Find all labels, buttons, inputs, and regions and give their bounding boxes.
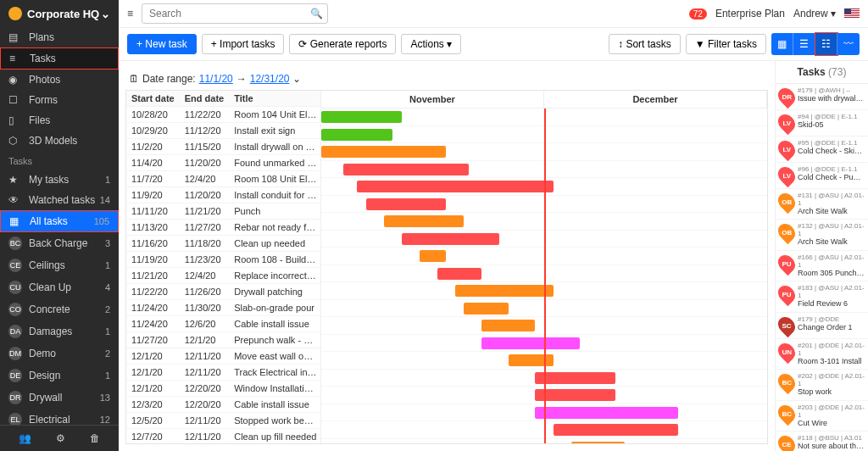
task-card[interactable]: LV#96 | @DDE | E-1.1Cold Check - Punch l… xyxy=(776,163,868,189)
menu-icon[interactable]: ≡ xyxy=(127,8,133,19)
task-card[interactable]: UN#201 | @DDE | A2.01-1Room 3-101 Instal… xyxy=(776,339,868,370)
task-row[interactable]: 11/2/2011/15/20Install drywall on wall xyxy=(126,139,321,155)
task-row[interactable]: 12/1/2012/20/20Window Installation 1105 xyxy=(126,381,321,397)
nav-tasks[interactable]: ≡Tasks xyxy=(0,47,119,70)
gantt-bar[interactable] xyxy=(481,337,580,349)
view-grid-button[interactable]: ▦ xyxy=(771,33,793,55)
col-title[interactable]: Title xyxy=(229,91,321,107)
view-chart-button[interactable]: 〰 xyxy=(837,33,860,55)
task-row[interactable]: 12/5/2012/11/20Stopped work because of E… xyxy=(126,413,321,429)
task-card[interactable]: SC#179 | @DDEChange Order 1 xyxy=(776,313,868,339)
gantt-bar[interactable] xyxy=(321,146,446,158)
gantt-bar[interactable] xyxy=(366,198,447,210)
actions-dropdown[interactable]: Actions ▾ xyxy=(401,34,461,54)
task-card[interactable]: DR#179 | @AWH | –Issue with drywall on… xyxy=(776,84,868,110)
sort-tasks-button[interactable]: ↕ Sort tasks xyxy=(609,34,681,54)
view-list-button[interactable]: ☰ xyxy=(793,33,815,55)
gantt-bar[interactable] xyxy=(571,442,625,444)
gantt-bar[interactable] xyxy=(535,407,677,419)
date-from[interactable]: 11/1/20 xyxy=(199,73,233,85)
task-row[interactable]: 12/1/2012/11/20Track Electrical in Servi… xyxy=(126,365,321,381)
user-menu[interactable]: Andrew ▾ xyxy=(793,8,836,19)
task-row[interactable]: 11/21/2012/4/20Replace incorrect terrazz… xyxy=(126,268,321,284)
gantt-bar[interactable] xyxy=(481,320,535,331)
plan-label[interactable]: Enterprise Plan xyxy=(715,8,785,19)
task-row[interactable]: 12/3/2012/20/20Cable install issue xyxy=(126,397,321,413)
gantt-bar[interactable] xyxy=(384,215,465,227)
chevron-down-icon[interactable]: ⌄ xyxy=(292,73,301,85)
cat-damages[interactable]: DADamages1 xyxy=(0,320,119,342)
task-row[interactable]: 11/4/2011/20/20Found unmarked utility li… xyxy=(126,155,321,171)
people-icon[interactable]: 👥 xyxy=(19,432,31,444)
nav-files[interactable]: ▯Files xyxy=(0,110,119,131)
task-card[interactable]: OB#132 | @ASU | A2.01-1Arch Site Walk xyxy=(776,220,868,250)
task-row[interactable]: 12/1/2012/11/20Move east wall on buildin… xyxy=(126,348,321,365)
new-task-button[interactable]: + New task xyxy=(127,34,197,54)
gantt-bar[interactable] xyxy=(343,164,468,175)
gantt-bar[interactable] xyxy=(321,129,392,141)
task-card[interactable]: PU#183 | @ASU | A2.01-1Field Review 6 xyxy=(776,281,868,312)
nav-photos[interactable]: ◉Photos xyxy=(0,70,119,90)
cat-ceilings[interactable]: CECeilings1 xyxy=(0,254,119,276)
task-card[interactable]: BC#202 | @DDE | A2.01-1Stop work xyxy=(776,370,868,400)
col-end[interactable]: End date xyxy=(180,91,229,107)
generate-reports-button[interactable]: ⟳ Generate reports xyxy=(289,34,396,54)
task-row[interactable]: 10/29/2011/12/20Install exit sign xyxy=(126,123,321,139)
subnav-all-tasks[interactable]: ▦All tasks105 xyxy=(0,210,119,232)
gantt-bar[interactable] xyxy=(402,233,500,245)
task-row[interactable]: 11/13/2011/27/20Rebar not ready for conc… xyxy=(126,220,321,236)
trash-icon[interactable]: 🗑 xyxy=(90,432,100,444)
task-row[interactable]: 11/24/2011/30/20Slab-on-grade pour xyxy=(126,300,321,316)
task-row[interactable]: 11/24/2012/6/20Cable install issue xyxy=(126,316,321,332)
gantt-bar[interactable] xyxy=(321,111,402,123)
task-row[interactable]: 10/28/2011/22/20Room 104 Unit Electrical xyxy=(126,107,321,123)
subnav-watched-tasks[interactable]: 👁Watched tasks14 xyxy=(0,190,119,210)
cat-concrete[interactable]: COConcrete2 xyxy=(0,298,119,320)
task-row[interactable]: 11/19/2011/23/20Room 108 - Building 2 In… xyxy=(126,252,321,268)
task-row[interactable]: 11/9/2011/20/20Install conduit for EF-4 … xyxy=(126,187,321,203)
gantt-bar[interactable] xyxy=(357,181,553,192)
cat-drywall[interactable]: DRDrywall13 xyxy=(0,387,119,409)
notification-bell[interactable]: 72 xyxy=(689,8,707,19)
cat-demo[interactable]: DMDemo2 xyxy=(0,342,119,365)
task-row[interactable]: 11/7/2012/4/20Room 108 Unit Electrical xyxy=(126,171,321,187)
cat-back-charge[interactable]: BCBack Charge3 xyxy=(0,232,119,254)
task-row[interactable]: 11/22/2011/26/20Drywall patching xyxy=(126,284,321,300)
subnav-my-tasks[interactable]: ★My tasks1 xyxy=(0,170,119,190)
col-start[interactable]: Start date xyxy=(126,91,180,107)
gantt-bar[interactable] xyxy=(554,424,678,436)
gear-icon[interactable]: ⚙ xyxy=(56,432,65,444)
nav-plans[interactable]: ▤Plans xyxy=(0,27,119,47)
flag-icon[interactable] xyxy=(844,8,860,19)
task-card[interactable]: OB#131 | @ASU | A2.01-1Arch Site Walk xyxy=(776,189,868,220)
nav-forms[interactable]: ☐Forms xyxy=(0,90,119,110)
gantt-bar[interactable] xyxy=(509,354,554,366)
org-selector[interactable]: Corporate HQ ⌄ xyxy=(0,0,119,27)
gantt-bar[interactable] xyxy=(535,372,615,384)
import-tasks-button[interactable]: + Import tasks xyxy=(202,34,285,54)
task-card[interactable]: LV#95 | @DDE | E-1.1Cold Check - Skid-05 xyxy=(776,136,868,163)
view-gantt-button[interactable]: ☷ xyxy=(815,33,837,55)
filter-tasks-button[interactable]: ▼ Filter tasks xyxy=(686,34,766,54)
cat-clean-up[interactable]: CUClean Up4 xyxy=(0,276,119,298)
nav-3d-models[interactable]: ⬡3D Models xyxy=(0,131,119,151)
task-card[interactable]: LV#94 | @DDE | E-1.1Skid-05 xyxy=(776,110,868,136)
nav-icon: ⬡ xyxy=(8,135,22,147)
gantt-bar[interactable] xyxy=(535,389,615,401)
date-to[interactable]: 12/31/20 xyxy=(250,73,290,85)
task-card[interactable]: BC#203 | @DDE | A2.01-1Cut Wire xyxy=(776,401,868,432)
task-row[interactable]: 11/11/2011/21/20Punch xyxy=(126,203,321,220)
gantt-bar[interactable] xyxy=(464,303,509,315)
logo-icon xyxy=(8,7,22,20)
task-row[interactable]: 12/7/2012/11/20Clean up fill needed xyxy=(126,429,321,444)
task-row[interactable]: 11/16/2011/18/20Clean up needed xyxy=(126,236,321,252)
task-card[interactable]: PU#166 | @ASU | A2.01-1Room 305 Punch In… xyxy=(776,251,868,281)
cat-design[interactable]: DEDesign1 xyxy=(0,365,119,387)
task-card[interactable]: CE#118 | @BSU | A3.01Not sure about this… xyxy=(776,432,868,451)
gantt-bar[interactable] xyxy=(455,285,554,297)
gantt-bar[interactable] xyxy=(420,250,447,262)
cat-electrical[interactable]: ELElectrical12 xyxy=(0,409,119,425)
gantt-bar[interactable] xyxy=(437,268,482,280)
search-input[interactable] xyxy=(142,3,328,24)
task-row[interactable]: 11/27/2012/1/20Prepunch walk - East Wing xyxy=(126,332,321,348)
